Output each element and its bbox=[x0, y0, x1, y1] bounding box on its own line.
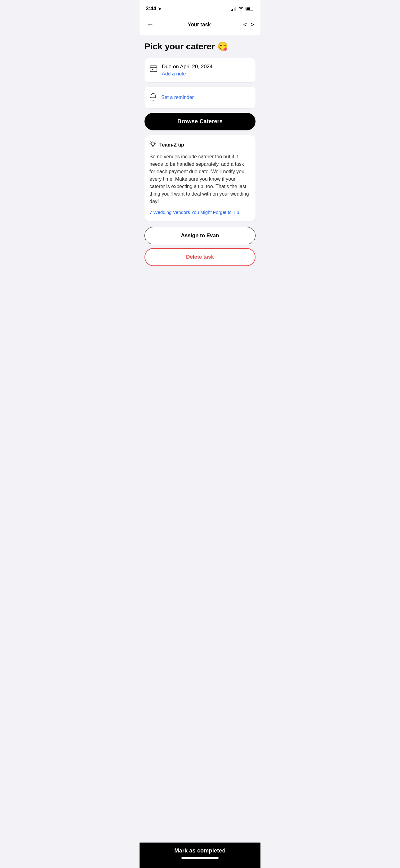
main-content: Pick your caterer 😋 Due on April 20, 202… bbox=[139, 35, 261, 308]
home-indicator bbox=[181, 857, 219, 859]
tip-title: Team-Z tip bbox=[159, 142, 184, 148]
status-icons bbox=[231, 6, 254, 11]
tip-header: Team-Z tip bbox=[149, 141, 251, 149]
wifi-icon bbox=[238, 6, 244, 11]
svg-point-5 bbox=[151, 142, 155, 145]
svg-line-9 bbox=[151, 142, 151, 142]
due-date-content: Due on April 20, 2024 Add a note bbox=[162, 64, 251, 77]
due-date-text: Due on April 20, 2024 bbox=[162, 64, 251, 70]
calendar-icon bbox=[149, 64, 158, 74]
tip-card: Team-Z tip Some venues include caterer t… bbox=[144, 135, 256, 221]
browse-caterers-button[interactable]: Browse Caterers bbox=[144, 113, 256, 130]
bell-icon bbox=[149, 93, 157, 103]
bottom-bar: Mark as completed bbox=[139, 842, 261, 868]
svg-rect-4 bbox=[152, 69, 153, 70]
set-reminder-link[interactable]: Set a reminder bbox=[161, 95, 194, 100]
status-bar: 3:44 ➤ bbox=[139, 0, 261, 16]
page-title: Pick your caterer 😋 bbox=[144, 41, 256, 52]
add-note-link[interactable]: Add a note bbox=[162, 71, 251, 77]
status-time: 3:44 ➤ bbox=[146, 6, 162, 12]
prev-task-button[interactable]: < bbox=[243, 21, 247, 28]
location-arrow-icon: ➤ bbox=[158, 6, 162, 11]
reminder-card[interactable]: Set a reminder bbox=[144, 87, 256, 108]
tip-body: Some venues include caterer too but if i… bbox=[149, 153, 251, 205]
mark-completed-button[interactable]: Mark as completed bbox=[146, 847, 254, 854]
nav-header: ← Your task < > bbox=[139, 16, 261, 35]
lightbulb-icon bbox=[149, 141, 156, 149]
delete-task-button[interactable]: Delete task bbox=[144, 248, 256, 266]
tip-link[interactable]: 7 Wedding Vendors You Might Forget to Ti… bbox=[149, 210, 239, 215]
next-task-button[interactable]: > bbox=[251, 21, 254, 28]
battery-icon bbox=[245, 7, 254, 11]
due-date-card: Due on April 20, 2024 Add a note bbox=[144, 58, 256, 82]
assign-to-evan-button[interactable]: Assign to Evan bbox=[144, 227, 256, 244]
page-header-title: Your task bbox=[188, 22, 210, 28]
back-button[interactable]: ← bbox=[146, 19, 155, 30]
nav-arrows: < > bbox=[243, 21, 254, 28]
svg-rect-0 bbox=[150, 66, 157, 72]
signal-bars-icon bbox=[231, 6, 236, 11]
